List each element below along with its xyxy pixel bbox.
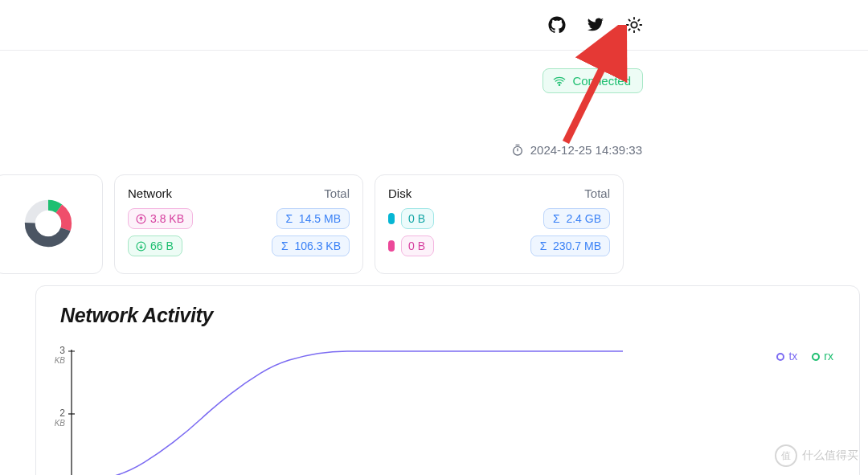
ring-gauge-icon: [24, 199, 72, 248]
legend-rx-swatch-icon: [809, 355, 820, 357]
sigma-icon: Σ: [551, 213, 562, 224]
timestamp-value: 2024-12-25 14:39:33: [530, 143, 642, 157]
network-activity-chart[interactable]: 3 KB 2 KB tx rx: [60, 350, 837, 475]
status-label: Connected: [572, 74, 631, 88]
disk-card: Disk Total 0 B Σ 2.4 GB 0 B: [375, 174, 624, 274]
download-icon: [135, 240, 146, 252]
gauge-card: [0, 174, 103, 274]
disk-read-total: Σ 2.4 GB: [543, 208, 610, 229]
watermark-badge-icon: 值: [775, 444, 797, 467]
status-badge: Connected: [542, 68, 643, 93]
stopwatch-icon: [511, 144, 524, 157]
disk-write-value: 0 B: [408, 239, 425, 253]
network-total-label: Total: [324, 186, 350, 200]
legend-tx-swatch-icon: [773, 355, 784, 357]
header: [0, 0, 868, 51]
legend-rx-label: rx: [824, 350, 833, 362]
watermark: 值 什么值得买: [775, 444, 858, 467]
disk-read-badge: 0 B: [401, 208, 434, 229]
network-card: Network Total 3.8 KB Σ 14.5 MB 66 B Σ 10…: [114, 174, 363, 274]
chart-plot: [60, 350, 631, 475]
sigma-icon: Σ: [538, 240, 549, 252]
svg-point-1: [559, 84, 560, 85]
disk-write-dot-icon: [388, 240, 395, 252]
watermark-text: 什么值得买: [802, 448, 858, 463]
network-activity-title: Network Activity: [60, 304, 837, 327]
sigma-icon: Σ: [284, 213, 295, 224]
cards-row: Network Total 3.8 KB Σ 14.5 MB 66 B Σ 10…: [0, 157, 868, 274]
disk-read-value: 0 B: [408, 211, 425, 226]
status-row: Connected: [0, 51, 868, 93]
disk-total-label: Total: [584, 186, 610, 200]
upload-icon: [135, 213, 146, 224]
network-activity-card: Network Activity 3 KB 2 KB tx rx: [35, 285, 860, 475]
network-download-badge: 66 B: [128, 235, 182, 256]
github-icon[interactable]: [548, 16, 566, 34]
svg-point-0: [631, 22, 637, 27]
network-upload-value: 3.8 KB: [150, 211, 184, 226]
timestamp-row: 2024-12-25 14:39:33: [0, 93, 868, 157]
network-download-total: Σ 106.3 KB: [272, 235, 350, 256]
sun-icon[interactable]: [625, 16, 643, 34]
disk-title: Disk: [388, 186, 411, 200]
wifi-icon: [553, 75, 566, 88]
network-upload-total: Σ 14.5 MB: [276, 208, 350, 229]
network-download-value: 66 B: [150, 239, 174, 253]
disk-read-dot-icon: [388, 213, 395, 224]
disk-write-total: Σ 230.7 MB: [530, 235, 610, 256]
network-title: Network: [128, 186, 172, 200]
twitter-icon[interactable]: [587, 16, 604, 34]
disk-write-badge: 0 B: [401, 235, 434, 256]
network-upload-badge: 3.8 KB: [128, 208, 193, 229]
legend-tx-label: tx: [788, 350, 797, 362]
sigma-icon: Σ: [279, 240, 290, 252]
chart-legend: tx rx: [773, 350, 833, 362]
